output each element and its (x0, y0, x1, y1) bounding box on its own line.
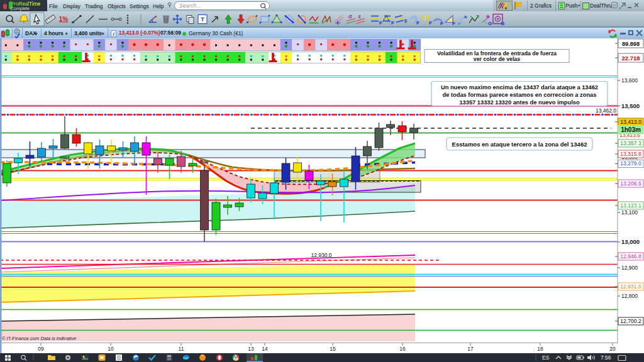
svg-text:F: F (379, 20, 382, 26)
svg-text:min: min (199, 159, 208, 165)
svg-text:ver color de velas: ver color de velas (474, 56, 520, 62)
svg-text:17: 17 (467, 346, 474, 352)
svg-text:12,800: 12,800 (621, 293, 638, 299)
svg-text:G: G (488, 21, 492, 26)
svg-text:F: F (452, 21, 455, 26)
svg-text:13,279.0: 13,279.0 (620, 160, 641, 167)
svg-text:F: F (391, 20, 394, 26)
svg-text:22.718: 22.718 (621, 55, 640, 62)
svg-text:15: 15 (330, 346, 336, 352)
svg-text:13,413.0: 13,413.0 (620, 119, 641, 125)
svg-text:13,600: 13,600 (621, 77, 638, 84)
svg-text:max: max (60, 155, 70, 160)
svg-text:16: 16 (399, 346, 406, 352)
svg-text:σ: σ (348, 13, 352, 19)
svg-text:Un nuevo maximo encima de 1343: Un nuevo maximo encima de 13437 daria at… (441, 84, 598, 90)
svg-text:12,930.0: 12,930.0 (311, 252, 331, 258)
svg-text:G: G (501, 21, 504, 26)
svg-text:Esstamos en ataque tercero a l: Esstamos en ataque tercero a la zona del… (452, 141, 587, 148)
svg-text:12,700.2: 12,700.2 (620, 318, 641, 324)
svg-text:13,100: 13,100 (621, 209, 638, 216)
svg-text:14: 14 (262, 346, 268, 352)
svg-text:de todas formas parece estamos: de todas formas parece estamos en correc… (443, 92, 597, 98)
svg-text:13: 13 (248, 346, 254, 352)
svg-text:13,206.5: 13,206.5 (620, 180, 641, 187)
svg-text:7:56: 7:56 (601, 354, 611, 361)
svg-text:T: T (201, 16, 204, 23)
svg-text:F: F (440, 21, 443, 26)
svg-text:12,831.6: 12,831.6 (620, 283, 641, 290)
svg-text:13,123.1: 13,123.1 (620, 202, 641, 209)
svg-text:a: a (155, 14, 157, 18)
svg-text:13357 13332 13320 antes de nue: 13357 13332 13320 antes de nuevo impulso (459, 99, 580, 106)
svg-text:12,900: 12,900 (621, 265, 638, 271)
svg-text:12,946.8: 12,946.8 (620, 253, 641, 260)
svg-text:1%: 1% (59, 16, 69, 23)
svg-text:1h03m: 1h03m (621, 126, 641, 133)
svg-text:18: 18 (537, 346, 543, 352)
svg-text:10: 10 (108, 346, 114, 352)
svg-text:11: 11 (179, 346, 184, 352)
svg-text:89.898: 89.898 (622, 41, 640, 47)
svg-text:ES: ES (542, 354, 550, 361)
svg-text:ε: ε (358, 13, 362, 19)
svg-text:09: 09 (38, 346, 44, 352)
svg-text:20: 20 (609, 346, 616, 352)
svg-text:F: F (404, 18, 408, 25)
svg-text:13,000: 13,000 (621, 238, 640, 245)
svg-text:13,462.0: 13,462.0 (596, 107, 616, 114)
svg-text:F: F (416, 20, 419, 26)
svg-text:13,500: 13,500 (621, 102, 640, 109)
svg-text:© IT-Finance.com Data is indic: © IT-Finance.com Data is indicative (2, 336, 76, 341)
svg-text:13,357.3: 13,357.3 (620, 140, 641, 146)
svg-text:13,315.8: 13,315.8 (620, 151, 641, 157)
svg-text:F: F (429, 20, 432, 26)
